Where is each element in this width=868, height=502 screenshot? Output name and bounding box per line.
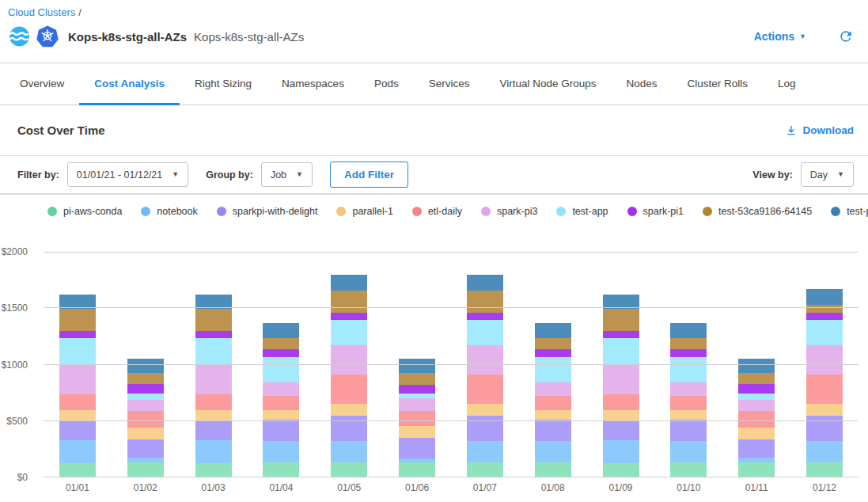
bar-segment-notebook[interactable] bbox=[535, 441, 571, 462]
bar-segment-parallel-1[interactable] bbox=[331, 404, 367, 415]
bar-segment-test-53ca9186-64145[interactable] bbox=[670, 338, 707, 349]
bar-segment-test-app[interactable] bbox=[331, 320, 367, 344]
bar-segment-test-app[interactable] bbox=[806, 320, 843, 344]
actions-button[interactable]: Actions ▼ bbox=[754, 30, 806, 43]
bar-segment-spark-pi3[interactable] bbox=[331, 345, 367, 375]
legend-item-pi-aws-conda[interactable]: pi-aws-conda bbox=[47, 206, 122, 217]
group-by-select[interactable]: Job ▼ bbox=[261, 162, 313, 187]
bar-segment-test-53ca9186-64145[interactable] bbox=[535, 338, 571, 349]
bar-segment-sparkpi-with-delight[interactable] bbox=[535, 420, 571, 441]
bar-segment-etl-daily[interactable] bbox=[806, 375, 843, 404]
bar-segment-parallel-1[interactable] bbox=[467, 404, 503, 415]
stacked-bar-01/07[interactable] bbox=[467, 275, 503, 477]
bar-segment-test-53ca9186-64145[interactable] bbox=[263, 338, 299, 349]
bar-segment-test-pkix[interactable] bbox=[127, 359, 164, 373]
bar-segment-etl-daily[interactable] bbox=[738, 411, 775, 428]
bar-segment-spark-pi3[interactable] bbox=[670, 382, 707, 396]
tab-log[interactable]: Log bbox=[763, 63, 811, 105]
bar-segment-test-app[interactable] bbox=[127, 394, 164, 400]
stacked-bar-01/04[interactable] bbox=[263, 323, 299, 477]
tab-namespaces[interactable]: Namespaces bbox=[267, 63, 359, 105]
bar-segment-parallel-1[interactable] bbox=[59, 410, 96, 421]
bar-segment-etl-daily[interactable] bbox=[127, 411, 164, 428]
bar-segment-spark-pi1[interactable] bbox=[331, 313, 367, 320]
bar-segment-parallel-1[interactable] bbox=[127, 428, 164, 440]
bar-segment-spark-pi1[interactable] bbox=[195, 331, 232, 338]
stacked-bar-01/06[interactable] bbox=[399, 359, 435, 477]
bar-segment-test-app[interactable] bbox=[263, 357, 299, 382]
bar-segment-parallel-1[interactable] bbox=[195, 410, 232, 421]
bar-segment-pi-aws-conda[interactable] bbox=[603, 463, 639, 477]
tab-overview[interactable]: Overview bbox=[5, 63, 79, 105]
bar-segment-spark-pi1[interactable] bbox=[603, 331, 639, 338]
legend-item-test-pkix[interactable]: test-pkix bbox=[831, 206, 868, 217]
bar-segment-notebook[interactable] bbox=[603, 440, 639, 463]
bar-segment-test-pkix[interactable] bbox=[331, 275, 367, 291]
bar-segment-etl-daily[interactable] bbox=[195, 394, 232, 410]
bar-segment-parallel-1[interactable] bbox=[738, 428, 775, 440]
bar-segment-test-53ca9186-64145[interactable] bbox=[399, 373, 435, 384]
stacked-bar-01/02[interactable] bbox=[127, 359, 164, 477]
bar-segment-pi-aws-conda[interactable] bbox=[127, 462, 164, 477]
legend-item-parallel-1[interactable]: parallel-1 bbox=[336, 206, 392, 217]
stacked-bar-01/11[interactable] bbox=[738, 359, 775, 477]
bar-segment-spark-pi1[interactable] bbox=[263, 349, 299, 356]
bar-segment-spark-pi3[interactable] bbox=[467, 345, 503, 375]
bar-segment-sparkpi-with-delight[interactable] bbox=[399, 438, 435, 458]
bar-segment-notebook[interactable] bbox=[670, 441, 707, 462]
bar-segment-etl-daily[interactable] bbox=[399, 411, 435, 426]
bar-segment-spark-pi3[interactable] bbox=[399, 398, 435, 411]
bar-segment-spark-pi3[interactable] bbox=[195, 365, 232, 394]
legend-item-test-app[interactable]: test-app bbox=[556, 206, 608, 217]
bar-segment-spark-pi3[interactable] bbox=[603, 365, 639, 394]
bar-segment-spark-pi1[interactable] bbox=[806, 313, 843, 320]
tab-nodes[interactable]: Nodes bbox=[612, 63, 673, 105]
tab-services[interactable]: Services bbox=[414, 63, 485, 105]
view-by-select[interactable]: Day ▼ bbox=[801, 162, 854, 187]
bar-segment-spark-pi3[interactable] bbox=[738, 400, 775, 411]
bar-segment-notebook[interactable] bbox=[263, 441, 299, 462]
bar-segment-test-53ca9186-64145[interactable] bbox=[467, 291, 503, 314]
bar-segment-test-app[interactable] bbox=[603, 338, 639, 364]
bar-segment-sparkpi-with-delight[interactable] bbox=[195, 421, 232, 440]
bar-segment-spark-pi1[interactable] bbox=[738, 384, 775, 393]
bar-segment-parallel-1[interactable] bbox=[535, 410, 571, 420]
bar-segment-sparkpi-with-delight[interactable] bbox=[59, 421, 96, 440]
bar-segment-test-pkix[interactable] bbox=[467, 275, 503, 291]
bar-segment-test-53ca9186-64145[interactable] bbox=[806, 305, 843, 313]
legend-item-etl-daily[interactable]: etl-daily bbox=[412, 206, 462, 217]
tab-pods[interactable]: Pods bbox=[359, 63, 414, 105]
bar-segment-sparkpi-with-delight[interactable] bbox=[263, 420, 299, 441]
legend-item-spark-pi1[interactable]: spark-pi1 bbox=[627, 206, 684, 217]
bar-segment-spark-pi3[interactable] bbox=[59, 365, 96, 394]
stacked-bar-01/09[interactable] bbox=[603, 295, 639, 477]
bar-segment-test-53ca9186-64145[interactable] bbox=[127, 373, 164, 384]
bar-segment-parallel-1[interactable] bbox=[670, 410, 707, 420]
bar-segment-test-app[interactable] bbox=[467, 320, 503, 344]
tab-virtual-node-groups[interactable]: Virtual Node Groups bbox=[484, 63, 611, 105]
bar-segment-notebook[interactable] bbox=[195, 440, 232, 463]
bar-segment-sparkpi-with-delight[interactable] bbox=[331, 416, 367, 441]
bar-segment-spark-pi1[interactable] bbox=[467, 313, 503, 320]
bar-segment-etl-daily[interactable] bbox=[59, 394, 96, 410]
bar-segment-sparkpi-with-delight[interactable] bbox=[603, 421, 639, 440]
bar-segment-spark-pi1[interactable] bbox=[399, 385, 435, 394]
bar-segment-test-pkix[interactable] bbox=[399, 359, 435, 373]
legend-item-sparkpi-with-delight[interactable]: sparkpi-with-delight bbox=[217, 206, 318, 217]
bar-segment-sparkpi-with-delight[interactable] bbox=[806, 416, 843, 441]
bar-segment-spark-pi1[interactable] bbox=[670, 349, 707, 356]
bar-segment-parallel-1[interactable] bbox=[806, 404, 843, 416]
bar-segment-notebook[interactable] bbox=[806, 441, 843, 463]
tab-cluster-rolls[interactable]: Cluster Rolls bbox=[673, 63, 764, 105]
bar-segment-test-app[interactable] bbox=[59, 338, 96, 364]
stacked-bar-01/01[interactable] bbox=[59, 295, 96, 477]
bar-segment-test-pkix[interactable] bbox=[806, 289, 843, 305]
bar-segment-sparkpi-with-delight[interactable] bbox=[670, 420, 707, 441]
bar-segment-etl-daily[interactable] bbox=[670, 396, 707, 410]
bar-segment-etl-daily[interactable] bbox=[535, 396, 571, 410]
date-range-select[interactable]: 01/01/21 - 01/12/21 ▼ bbox=[67, 162, 188, 187]
bar-segment-parallel-1[interactable] bbox=[603, 410, 639, 421]
legend-item-test-53ca9186-64145[interactable]: test-53ca9186-64145 bbox=[703, 206, 812, 217]
bar-segment-pi-aws-conda[interactable] bbox=[331, 462, 367, 477]
bar-segment-pi-aws-conda[interactable] bbox=[195, 463, 232, 477]
